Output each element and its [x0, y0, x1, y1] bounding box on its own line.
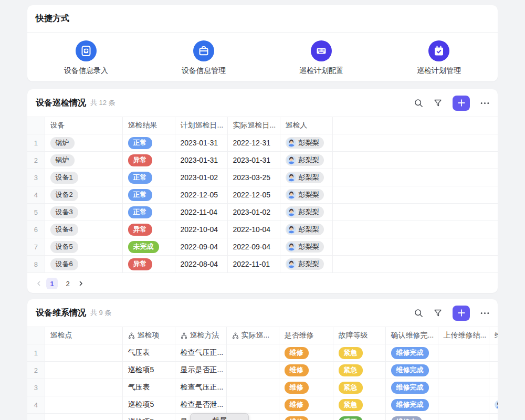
- header-item[interactable]: 巡检项: [122, 327, 175, 344]
- header-actual[interactable]: 实际巡...: [226, 327, 279, 344]
- row-number[interactable]: 1: [27, 134, 45, 152]
- actual-date[interactable]: 2022-09-04: [227, 238, 280, 256]
- person-cell[interactable]: [489, 414, 498, 420]
- shortcut-device-manage[interactable]: 设备信息管理: [145, 40, 262, 76]
- row-number[interactable]: 4: [27, 186, 45, 204]
- method-cell[interactable]: 检查气压正...: [175, 344, 226, 362]
- inspector-cell[interactable]: 彭梨梨: [280, 134, 332, 152]
- method-cell[interactable]: 显示是否正...: [175, 362, 226, 379]
- actual-date[interactable]: 2023-01-02: [227, 204, 280, 221]
- result-cell[interactable]: 异常: [122, 152, 175, 169]
- person-cell[interactable]: [489, 344, 498, 362]
- upload-cell[interactable]: [438, 396, 489, 414]
- planned-date[interactable]: 2022-08-04: [175, 256, 227, 273]
- row-number[interactable]: 8: [27, 256, 45, 273]
- planned-date[interactable]: 2023-01-31: [175, 152, 227, 169]
- header-repair[interactable]: 是否维修: [279, 327, 333, 344]
- actual-date[interactable]: 2022-11-01: [227, 256, 280, 273]
- device-cell[interactable]: 设备2: [45, 186, 122, 204]
- header-result[interactable]: 巡检结果: [122, 117, 175, 134]
- person-cell[interactable]: [489, 379, 498, 396]
- inspector-cell[interactable]: 彭梨梨: [280, 221, 332, 238]
- row-number[interactable]: 6: [27, 221, 45, 238]
- item-cell[interactable]: 巡检项5: [122, 396, 175, 414]
- planned-date[interactable]: 2022-09-04: [175, 238, 227, 256]
- more-icon[interactable]: [480, 312, 489, 314]
- prev-page-icon[interactable]: [36, 280, 42, 287]
- row-number[interactable]: 1: [27, 344, 45, 362]
- upload-cell[interactable]: [438, 344, 489, 362]
- point-cell[interactable]: [45, 362, 122, 379]
- upload-cell[interactable]: [438, 362, 489, 379]
- shortcut-device-input[interactable]: 设备信息录入: [27, 40, 145, 76]
- add-record-button[interactable]: [453, 96, 470, 111]
- repair-cell[interactable]: 维修: [279, 396, 333, 414]
- person-cell[interactable]: [489, 396, 498, 414]
- more-icon[interactable]: [480, 102, 489, 104]
- method-cell[interactable]: 检查是否泄...: [175, 396, 226, 414]
- header-inspector[interactable]: 巡检人: [280, 117, 332, 134]
- inspector-cell[interactable]: 彭梨梨: [280, 169, 332, 186]
- person-cell[interactable]: [489, 362, 498, 379]
- actual-date[interactable]: 2022-10-04: [227, 221, 280, 238]
- item-cell[interactable]: 巡检项5: [122, 362, 175, 379]
- level-cell[interactable]: 紧急: [333, 396, 385, 414]
- planned-date[interactable]: 2023-01-02: [175, 169, 227, 186]
- level-cell[interactable]: 紧急: [333, 379, 385, 396]
- repair-cell[interactable]: 维修: [279, 344, 333, 362]
- planned-date[interactable]: 2022-12-05: [175, 186, 227, 204]
- search-icon[interactable]: [414, 309, 423, 318]
- page-button-1[interactable]: 1: [46, 278, 58, 289]
- row-number[interactable]: 2: [27, 152, 45, 169]
- row-number[interactable]: 5: [27, 204, 45, 221]
- result-cell[interactable]: 正常: [122, 204, 175, 221]
- inspector-cell[interactable]: 彭梨梨: [280, 204, 332, 221]
- search-icon[interactable]: [414, 99, 423, 108]
- actual-cell[interactable]: [226, 344, 279, 362]
- header-level[interactable]: 故障等级: [333, 327, 385, 344]
- actual-cell[interactable]: [226, 379, 279, 396]
- result-cell[interactable]: 正常: [122, 169, 175, 186]
- device-cell[interactable]: 设备1: [45, 169, 122, 186]
- device-cell[interactable]: 设备6: [45, 256, 122, 273]
- planned-date[interactable]: 2023-01-31: [175, 134, 227, 152]
- repair-cell[interactable]: 维修: [279, 379, 333, 396]
- filter-icon[interactable]: [434, 99, 442, 107]
- actual-cell[interactable]: [226, 362, 279, 379]
- filter-icon[interactable]: [434, 309, 442, 317]
- result-cell[interactable]: 未完成: [122, 238, 175, 256]
- repair-cell[interactable]: 维修: [279, 414, 333, 420]
- item-cell[interactable]: 气压表: [122, 379, 175, 396]
- inspector-cell[interactable]: 彭梨梨: [280, 152, 332, 169]
- row-number[interactable]: 3: [27, 169, 45, 186]
- upload-cell[interactable]: [438, 379, 489, 396]
- device-cell[interactable]: 锅炉: [45, 152, 122, 169]
- actual-date[interactable]: 2023-03-25: [227, 169, 280, 186]
- device-cell[interactable]: 设备3: [45, 204, 122, 221]
- header-planned-date[interactable]: 计划巡检日...: [175, 117, 227, 134]
- shortcut-plan-config[interactable]: 巡检计划配置: [262, 40, 380, 76]
- shortcut-plan-manage[interactable]: 巡检计划管理: [380, 40, 498, 76]
- point-cell[interactable]: [45, 396, 122, 414]
- actual-cell[interactable]: [226, 396, 279, 414]
- level-cell[interactable]: 重要: [333, 414, 385, 420]
- actual-date[interactable]: 2023-01-31: [227, 152, 280, 169]
- result-cell[interactable]: 异常: [122, 221, 175, 238]
- level-cell[interactable]: 紧急: [333, 344, 385, 362]
- inspector-cell[interactable]: 彭梨梨: [280, 186, 332, 204]
- result-cell[interactable]: 正常: [122, 186, 175, 204]
- method-cell[interactable]: 检查气压正...: [175, 379, 226, 396]
- device-cell[interactable]: 设备4: [45, 221, 122, 238]
- inspector-cell[interactable]: 彭梨梨: [280, 256, 332, 273]
- header-confirm[interactable]: 确认维修完...: [385, 327, 438, 344]
- header-person[interactable]: 维: [489, 327, 498, 344]
- row-number[interactable]: 7: [27, 238, 45, 256]
- header-method[interactable]: 巡检方法: [175, 327, 226, 344]
- header-point[interactable]: 巡检点: [45, 327, 122, 344]
- row-number[interactable]: 4: [27, 396, 45, 414]
- header-upload[interactable]: 上传维修结...: [438, 327, 489, 344]
- page-button-2[interactable]: 2: [62, 278, 74, 289]
- actual-date[interactable]: 2022-12-05: [227, 186, 280, 204]
- item-cell[interactable]: 气压表: [122, 344, 175, 362]
- point-cell[interactable]: [45, 414, 122, 420]
